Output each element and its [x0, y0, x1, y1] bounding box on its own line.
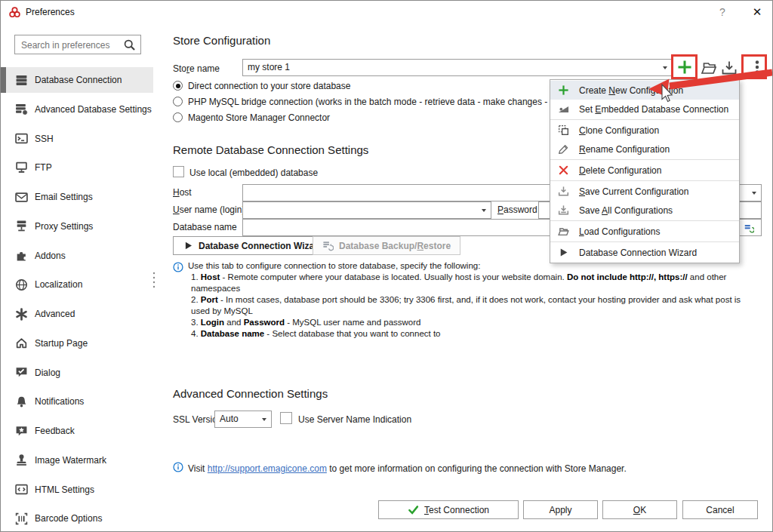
use-local-database-checkbox[interactable] [173, 166, 184, 177]
search-box [14, 35, 141, 54]
menu-item-save-all-configurations[interactable]: Save All Configurations [550, 201, 739, 220]
menu-item-clone-configuration[interactable]: Clone Configuration [550, 121, 739, 140]
remote-settings-heading: Remote Database Connection Settings [173, 143, 368, 156]
use-local-database-label: Use local (embedded) database [189, 168, 318, 178]
menu-item-set-embedded-database-connection[interactable]: Set Embedded Database Connection [550, 100, 739, 118]
sidebar-item-advanced[interactable]: Advanced [1, 301, 153, 327]
menu-item-delete-configuration[interactable]: Delete Configuration [550, 161, 739, 180]
menu-item-label: Set Embedded Database Connection [579, 104, 728, 115]
support-link[interactable]: http://support.emagicone.com [208, 463, 327, 474]
save-configuration-button[interactable] [721, 60, 738, 76]
menu-item-save-current-configuration[interactable]: Save Current Configuration [550, 182, 739, 201]
save-current-icon [558, 186, 569, 197]
info-lines: Use this tab to configure connection to … [188, 260, 741, 340]
sidebar-item-html-settings[interactable]: HTML Settings [1, 477, 153, 503]
help-button[interactable]: ? [713, 4, 731, 20]
database-connection-wizard-button[interactable]: Database Connection Wizard [173, 236, 334, 255]
clone-icon [558, 125, 569, 136]
sidebar-item-label: Image Watermark [35, 455, 106, 466]
support-line: Visit http://support.emagicone.com to ge… [188, 463, 627, 474]
cancel-button[interactable]: Cancel [682, 500, 758, 519]
sidebar-item-label: Database Connection [35, 75, 122, 85]
radio-button-icon [173, 81, 183, 91]
selected-indicator [1, 67, 6, 93]
sidebar-item-ftp[interactable]: FTP [1, 155, 153, 180]
radio-php-bridge[interactable]: PHP MySQL bridge connection (works in th… [173, 95, 565, 108]
sidebar-item-advanced-database-settings[interactable]: Advanced Database Settings [1, 97, 153, 122]
chevron-down-icon [262, 418, 266, 421]
menu-item-load-configurations[interactable]: Load Configurations [550, 222, 739, 241]
rename-icon [558, 143, 569, 155]
info-line: 4. Database name - Select database that … [188, 328, 741, 340]
menu-separator [550, 220, 739, 221]
sidebar-item-database-connection[interactable]: Database Connection [1, 67, 153, 93]
menu-item-create-new-configuration[interactable]: Create New Configuration [550, 81, 739, 100]
html-settings-icon [15, 483, 28, 496]
sidebar-item-image-watermark[interactable]: Image Watermark [1, 447, 153, 473]
info-line: 2. Port - In most cases, database port s… [188, 294, 741, 306]
menu-item-database-connection-wizard[interactable]: Database Connection Wizard [550, 243, 739, 262]
menu-item-label: Save Current Configuration [579, 186, 688, 197]
store-configuration-heading: Store Configuration [173, 34, 270, 47]
embedded-icon [558, 103, 569, 115]
sni-checkbox[interactable] [280, 412, 292, 424]
search-input[interactable] [20, 36, 121, 54]
menu-separator [550, 180, 739, 181]
store-name-combobox[interactable]: my store 1 [242, 59, 673, 76]
advanced-database-settings-icon [15, 103, 28, 115]
close-button[interactable]: ✕ [748, 4, 766, 20]
sidebar-item-ssh[interactable]: SSH [1, 126, 153, 152]
menu-separator [550, 119, 739, 120]
menu-item-label: Save All Configurations [579, 205, 673, 216]
database-backup-restore-button[interactable]: Database Backup/Restore [313, 236, 460, 255]
sidebar-item-dialog[interactable]: Dialog [1, 360, 153, 386]
plus-green-icon [558, 85, 569, 96]
chevron-down-icon [752, 192, 756, 195]
sidebar-splitter-handle[interactable] [151, 269, 157, 292]
title-bar: Preferences ? ✕ [1, 1, 772, 23]
menu-item-label: Create New Configuration [579, 85, 683, 96]
sidebar-item-label: Advanced Database Settings [35, 104, 152, 115]
sidebar-item-label: Dialog [35, 367, 60, 378]
menu-item-label: Rename Configuration [579, 144, 670, 155]
ssl-version-combobox[interactable]: Auto [214, 411, 272, 428]
sidebar-item-feedback[interactable]: Feedback [1, 418, 153, 444]
store-name-label: Store name [173, 63, 220, 74]
load-configurations-button[interactable] [701, 60, 717, 76]
radio-direct-connection[interactable]: Direct connection to your store database [173, 79, 350, 92]
menu-item-label: Delete Configuration [579, 165, 661, 176]
sidebar-item-label: Localization [35, 279, 82, 290]
notifications-icon [15, 395, 28, 408]
test-connection-button[interactable]: Test Connection [378, 500, 519, 519]
more-options-button[interactable] [749, 59, 765, 75]
sidebar-item-label: Proxy Settings [35, 221, 93, 232]
ok-button[interactable]: OK [602, 500, 677, 519]
sidebar-item-notifications[interactable]: Notifications [1, 389, 153, 414]
info-line: 3. Login and Password - MySQL user name … [188, 317, 741, 328]
add-configuration-button[interactable] [676, 59, 693, 75]
menu-item-label: Load Configurations [579, 226, 660, 237]
feedback-icon [15, 425, 28, 438]
preferences-window: Preferences ? ✕ Database ConnectionAdvan… [0, 0, 773, 532]
proxy-icon [15, 220, 28, 232]
sidebar-item-addons[interactable]: Addons [1, 243, 153, 269]
info-line: namespaces [188, 283, 741, 294]
sidebar-item-label: SSH [35, 134, 54, 144]
sidebar-item-label: Startup Page [35, 338, 88, 349]
radio-magento-connector[interactable]: Magento Store Manager Connector [173, 111, 330, 124]
save-all-icon [558, 204, 569, 216]
barcode-options-icon [15, 512, 28, 525]
sidebar-item-barcode-options[interactable]: Barcode Options [1, 506, 153, 531]
menu-separator [550, 241, 739, 242]
sidebar-item-label: Email Settings [35, 192, 93, 202]
window-title: Preferences [26, 7, 75, 17]
sidebar-item-email-settings[interactable]: Email Settings [1, 184, 153, 210]
sidebar-item-localization[interactable]: Localization [1, 272, 153, 297]
sidebar-item-startup-page[interactable]: Startup Page [1, 331, 153, 356]
menu-item-label: Clone Configuration [579, 125, 659, 136]
apply-button[interactable]: Apply [523, 500, 598, 519]
user-name-combobox[interactable] [242, 201, 491, 219]
sidebar-item-proxy-settings[interactable]: Proxy Settings [1, 214, 153, 239]
chevron-down-icon [663, 66, 667, 69]
menu-item-rename-configuration[interactable]: Rename Configuration [550, 140, 739, 158]
